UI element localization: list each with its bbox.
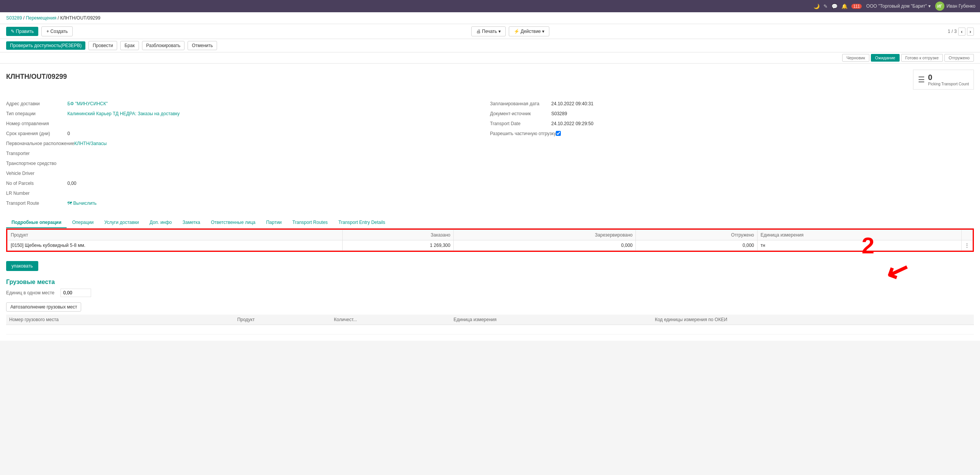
label-storage-days: Срок хранения (дни) <box>6 130 67 136</box>
tab-additional-info[interactable]: Доп. инфо <box>144 217 177 228</box>
field-transporter: Transporter <box>6 150 490 158</box>
units-row: Единиц в одном месте <box>6 289 974 297</box>
col-unit: Единица измерения <box>757 230 961 240</box>
tab-responsible[interactable]: Ответственные лица <box>206 217 261 228</box>
create-button[interactable]: + Создать <box>41 26 73 36</box>
toolbar: ✎ Править + Создать 🖨 Печать ▾ ⚡ Действи… <box>0 24 980 39</box>
value-operation-type: Калининский Карьер ТД НЕДРА: Заказы на д… <box>67 110 180 116</box>
autofill-button[interactable]: Автозаполнение грузовых мест <box>6 302 81 312</box>
user-name: Иван Губенко <box>947 3 975 9</box>
bell-icon[interactable]: 🔔 <box>841 3 848 9</box>
label-shipment-number: Номер отправления <box>6 120 67 126</box>
breadcrumb-current: КЛНТН/OUT/09299 <box>60 15 100 21</box>
transport-count-label: Picking Transport Count <box>928 82 969 86</box>
notification-badge: 111 <box>851 4 862 9</box>
status-bar: Черновик Ожидание Готово к отгрузке Отгр… <box>0 52 980 64</box>
topbar: 🌙 ✎ 💬 🔔 111 ООО "Торговый дом "Барит" ▾ … <box>0 0 980 12</box>
field-partial-shipping: Разрешить частичную отгрузку <box>490 130 974 139</box>
cell-unit: тн <box>757 240 961 251</box>
field-storage-days: Срок хранения (дни) 0 <box>6 130 490 139</box>
page-info: 1 / 3 <box>948 29 957 34</box>
tab-parties[interactable]: Партии <box>261 217 287 228</box>
cell-row-menu[interactable]: ⋮ <box>962 240 973 251</box>
field-vehicle: Транспортное средство <box>6 160 490 168</box>
breadcrumb-s03289[interactable]: S03289 <box>6 15 22 21</box>
value-parcels: 0,00 <box>67 180 76 186</box>
tab-detailed-ops[interactable]: Подробные операции <box>6 217 67 228</box>
table-row: [0150] Щебень кубовидный 5-8 мм. 1 269,3… <box>8 240 973 251</box>
tabs: Подробные операции Операции Услуги доста… <box>6 217 974 229</box>
field-operation-type: Тип операции Калининский Карьер ТД НЕДРА… <box>6 110 490 119</box>
prev-page-button[interactable]: ‹ <box>958 28 965 36</box>
units-label: Единиц в одном месте <box>6 290 54 295</box>
cargo-section: Грузовые места Единиц в одном месте Авто… <box>6 279 974 335</box>
defect-button[interactable]: Брак <box>120 41 139 50</box>
tab-note[interactable]: Заметка <box>177 217 206 228</box>
label-initial-location: Первоначальное расположение <box>6 140 74 146</box>
field-delivery-address: Адрес доставки БФ "МИНУСИНСК" <box>6 100 490 109</box>
tab-transport-entry[interactable]: Transport Entry Details <box>333 217 390 228</box>
value-planned-date: 24.10.2022 09:40:31 <box>551 100 593 106</box>
tab-operations[interactable]: Операции <box>67 217 99 228</box>
field-source-doc: Документ-источник S03289 <box>490 110 974 119</box>
value-initial-location: КЛНТН/Запасы <box>74 140 107 146</box>
transport-count-number: 0 <box>928 73 969 82</box>
edit-icon[interactable]: ✎ <box>823 3 828 9</box>
action-button[interactable]: ⚡ Действие ▾ <box>509 26 549 36</box>
col-reserved: Зарезервировано <box>454 230 636 240</box>
status-waiting[interactable]: Ожидание <box>871 54 900 62</box>
col-ordered: Заказано <box>343 230 454 240</box>
document-form: Адрес доставки БФ "МИНУСИНСК" Тип операц… <box>6 99 974 211</box>
status-ready[interactable]: Готово к отгрузке <box>901 54 943 62</box>
value-delivery-address: БФ "МИНУСИНСК" <box>67 100 108 106</box>
check-availability-button[interactable]: Проверить доступность(РЕЗЕРВ) <box>6 41 85 50</box>
cancel-button[interactable]: Отменить <box>188 41 217 50</box>
avatar: ИГ <box>935 2 944 11</box>
transport-count-info: 0 Picking Transport Count <box>928 73 969 86</box>
form-left: Адрес доставки БФ "МИНУСИНСК" Тип операц… <box>6 99 490 211</box>
user-menu[interactable]: ИГ Иван Губенко <box>935 2 975 11</box>
label-lr-number: LR Number <box>6 190 67 196</box>
status-shipped[interactable]: Отгружено <box>944 54 974 62</box>
package-section: упаковать <box>6 258 974 274</box>
package-button[interactable]: упаковать <box>6 261 38 271</box>
print-button[interactable]: 🖨 Печать ▾ <box>471 26 506 36</box>
label-vehicle: Транспортное средство <box>6 160 67 166</box>
cargo-col-product: Продукт <box>234 315 331 325</box>
next-page-button[interactable]: › <box>967 28 974 36</box>
tab-delivery-services[interactable]: Услуги доставки <box>99 217 144 228</box>
label-source-doc: Документ-источник <box>490 110 551 116</box>
col-product: Продукт <box>8 230 343 240</box>
products-table: Продукт Заказано Зарезервировано Отгруже… <box>7 230 973 251</box>
cargo-col-quantity: Количест... <box>331 315 451 325</box>
label-transport-date: Transport Date <box>490 120 551 126</box>
company-name[interactable]: ООО "Торговый дом "Барит" ▾ <box>866 3 931 9</box>
autofill-row: Автозаполнение грузовых мест <box>6 300 974 312</box>
cell-reserved: 0,000 <box>454 240 636 251</box>
cell-shipped: 0,000 <box>636 240 757 251</box>
cargo-col-number: Номер грузового места <box>6 315 234 325</box>
edit-button[interactable]: ✎ Править <box>6 27 38 36</box>
units-input[interactable] <box>60 289 91 297</box>
field-initial-location: Первоначальное расположение КЛНТН/Запасы <box>6 140 490 149</box>
field-parcels: No of Parcels 0,00 <box>6 180 490 188</box>
cargo-row-empty <box>6 325 974 335</box>
unlock-button[interactable]: Разблокировать <box>142 41 185 50</box>
form-right: Запланированная дата 24.10.2022 09:40:31… <box>490 99 974 211</box>
value-source-doc: S03289 <box>551 110 567 116</box>
tab-transport-routes[interactable]: Transport Routes <box>287 217 333 228</box>
label-partial-shipping: Разрешить частичную отгрузку <box>490 130 556 136</box>
chat-icon[interactable]: 💬 <box>831 3 838 9</box>
moon-icon[interactable]: 🌙 <box>813 3 820 9</box>
document-title: КЛНТН/OUT/09299 <box>6 70 974 93</box>
content-area: ☰ 0 Picking Transport Count КЛНТН/OUT/09… <box>0 64 980 341</box>
breadcrumb-movements[interactable]: Перемещения <box>26 15 56 21</box>
status-draft[interactable]: Черновик <box>842 54 869 62</box>
field-transport-route: Transport Route 🗺 Вычислить <box>6 200 490 208</box>
col-actions <box>962 230 973 240</box>
field-planned-date: Запланированная дата 24.10.2022 09:40:31 <box>490 100 974 109</box>
post-button[interactable]: Провести <box>88 41 117 50</box>
cargo-col-unit: Единица измерения <box>451 315 652 325</box>
partial-shipping-checkbox[interactable] <box>556 131 561 136</box>
label-operation-type: Тип операции <box>6 110 67 116</box>
